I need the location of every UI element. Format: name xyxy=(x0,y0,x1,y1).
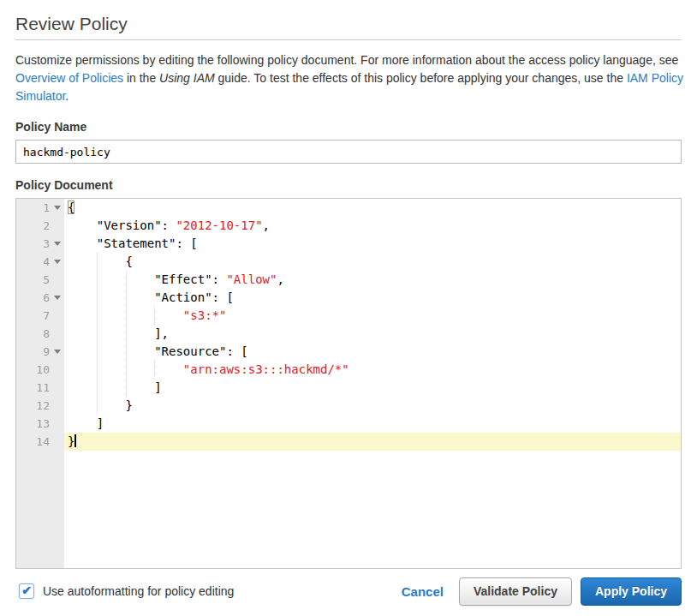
fold-toggle-icon[interactable] xyxy=(54,296,61,300)
validate-policy-button[interactable]: Validate Policy xyxy=(459,577,572,606)
code-line[interactable]: } xyxy=(64,433,681,451)
intro-segment: Customize permissions by editing the fol… xyxy=(15,53,678,67)
code-line[interactable]: { xyxy=(64,199,681,217)
italic-text: Using IAM xyxy=(159,71,215,85)
json-code-token: { xyxy=(68,200,74,214)
text-cursor xyxy=(74,434,76,447)
gutter-line-number: 1 xyxy=(16,199,64,217)
autoformat-option: ✔ Use autoformatting for policy editing xyxy=(15,583,234,599)
gutter-line-number: 14 xyxy=(16,433,64,451)
indent-guide xyxy=(126,271,127,397)
code-line[interactable]: "Effect": "Allow", xyxy=(64,271,681,289)
apply-policy-button[interactable]: Apply Policy xyxy=(581,577,682,606)
intro-segment: guide. To test the effects of this polic… xyxy=(215,71,627,85)
editor-code-area[interactable]: { "Version": "2012-10-17", "Statement": … xyxy=(64,199,681,568)
title-divider xyxy=(15,39,682,40)
gutter-line-number: 4 xyxy=(16,253,64,271)
autoformat-label: Use autoformatting for policy editing xyxy=(43,584,234,598)
json-code-token: "Statement": [ xyxy=(68,236,198,250)
gutter-line-number: 6 xyxy=(16,289,64,307)
footer-actions: Cancel Validate Policy Apply Policy xyxy=(402,577,682,606)
gutter-line-number: 3 xyxy=(16,235,64,253)
gutter-line-number: 13 xyxy=(16,415,64,433)
fold-toggle-icon[interactable] xyxy=(54,350,61,354)
json-code-token: "Version": xyxy=(68,218,176,232)
policy-document-editor[interactable]: 1234567891011121314 { "Version": "2012-1… xyxy=(15,198,682,569)
code-line[interactable]: { xyxy=(64,253,681,271)
editor-gutter: 1234567891011121314 xyxy=(16,199,64,568)
gutter-line-number: 7 xyxy=(16,307,64,325)
code-line[interactable]: ] xyxy=(64,379,681,397)
policy-name-label: Policy Name xyxy=(15,120,682,134)
cancel-link[interactable]: Cancel xyxy=(402,584,444,599)
fold-toggle-icon[interactable] xyxy=(54,242,61,246)
json-string-value: "2012-10-17" xyxy=(176,218,262,232)
gutter-line-number: 2 xyxy=(16,217,64,235)
gutter-line-number: 8 xyxy=(16,325,64,343)
json-string-value: "arn:aws:s3:::hackmd/*" xyxy=(183,362,349,376)
gutter-line-number: 10 xyxy=(16,361,64,379)
code-line[interactable]: "arn:aws:s3:::hackmd/*" xyxy=(64,361,681,379)
intro-text: Customize permissions by editing the fol… xyxy=(15,51,683,105)
checkmark-icon: ✔ xyxy=(21,584,32,596)
indent-guide xyxy=(97,253,98,415)
intro-segment: . xyxy=(65,89,69,103)
code-line[interactable]: ], xyxy=(64,325,681,343)
indent-guide xyxy=(154,307,155,325)
json-code-token: "Effect": xyxy=(68,272,226,286)
code-line[interactable]: "Version": "2012-10-17", xyxy=(64,217,681,235)
page-title: Review Policy xyxy=(15,0,682,34)
json-string-value: "s3:*" xyxy=(183,308,227,322)
json-code-token: { xyxy=(68,254,133,268)
gutter-line-number: 12 xyxy=(16,397,64,415)
footer-bar: ✔ Use autoformatting for policy editing … xyxy=(15,577,682,606)
json-code-token: , xyxy=(277,272,283,286)
inline-link[interactable]: Overview of Policies xyxy=(15,71,123,85)
fold-toggle-icon[interactable] xyxy=(54,206,61,210)
code-line[interactable]: ] xyxy=(64,415,681,433)
intro-segment: in the xyxy=(123,71,159,85)
json-string-value: "Allow" xyxy=(226,272,277,286)
json-code-token: } xyxy=(68,434,74,448)
code-line[interactable]: "s3:*" xyxy=(64,307,681,325)
code-line[interactable]: "Action": [ xyxy=(64,289,681,307)
json-code-token: "Resource": [ xyxy=(68,344,248,358)
json-code-token: } xyxy=(68,398,133,412)
json-code-token: ], xyxy=(68,326,169,340)
json-code-token: "Action": [ xyxy=(68,290,234,304)
json-code-token: ] xyxy=(68,380,162,394)
json-code-token: ] xyxy=(68,416,104,430)
policy-name-input[interactable] xyxy=(15,140,682,164)
autoformat-checkbox[interactable]: ✔ xyxy=(19,583,34,599)
gutter-line-number: 9 xyxy=(16,343,64,361)
code-line[interactable]: "Statement": [ xyxy=(64,235,681,253)
indent-guide xyxy=(154,361,155,379)
fold-toggle-icon[interactable] xyxy=(54,260,61,264)
code-line[interactable]: "Resource": [ xyxy=(64,343,681,361)
code-line[interactable]: } xyxy=(64,397,681,415)
review-policy-page: Review Policy Customize permissions by e… xyxy=(0,0,697,616)
json-code-token: , xyxy=(263,218,270,232)
gutter-line-number: 11 xyxy=(16,379,64,397)
gutter-line-number: 5 xyxy=(16,271,64,289)
policy-document-label: Policy Document xyxy=(15,178,682,192)
